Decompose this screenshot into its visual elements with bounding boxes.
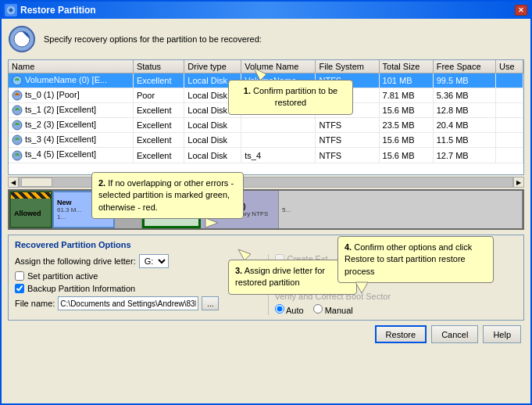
cell-use [496, 88, 523, 103]
cell-use [496, 133, 523, 148]
auto-radio-label: Auto [275, 304, 304, 315]
cell-volume [241, 118, 316, 133]
file-name-input[interactable] [58, 296, 198, 310]
cell-total: 23.5 MB [379, 118, 433, 133]
cell-status: Excellent [133, 133, 184, 148]
header-area: Specify recovery options for the partiti… [8, 25, 524, 53]
auto-radio[interactable] [275, 304, 284, 314]
cell-fs: NTFS [316, 148, 379, 163]
drive-letter-select[interactable]: A:B:C:D:E:F:G:H: [139, 254, 169, 268]
cell-use [496, 148, 523, 163]
disk-seg-allowed[interactable]: Allowed [9, 191, 52, 228]
seg-allowed-label: Allowed [14, 210, 41, 217]
cell-volume [241, 133, 316, 148]
col-fs: File System [316, 60, 379, 73]
cell-total: 101 MB [379, 73, 433, 88]
bottom-buttons: Restore Cancel Help [8, 325, 524, 343]
cell-free: 20.4 MB [433, 118, 495, 133]
horizontal-scrollbar: ◀ ▶ [8, 177, 524, 188]
callout-2: 2. If no overlapping or other errors - s… [91, 172, 244, 219]
cell-name: ts_1 (2) [Excellent] [9, 103, 133, 118]
table-row[interactable]: ts_3 (4) [Excellent] Excellent Local Dis… [9, 133, 523, 148]
cell-status: Excellent [133, 118, 184, 133]
drive-letter-label: Assign the following drive letter: [15, 256, 136, 266]
title-bar-left: Restore Partition [5, 4, 96, 16]
seg-new-size: 1... [57, 213, 66, 220]
seg-new-sub: 61.3 M... [57, 206, 81, 213]
seg-end-label: 5... [282, 206, 291, 213]
cell-total: 15.6 MB [379, 103, 433, 118]
help-button[interactable]: Help [483, 325, 521, 343]
callout-1: 1. Confirm partition to be restored [228, 80, 353, 115]
close-button[interactable]: ✕ [515, 5, 527, 16]
cell-name: ts_4 (5) [Excellent] [9, 148, 133, 163]
title-bar: Restore Partition ✕ [2, 2, 530, 19]
col-use: Use [496, 60, 523, 73]
file-name-label: File name: [15, 299, 55, 308]
cell-total: 15.6 MB [379, 133, 433, 148]
cell-name: ts_2 (3) [Excellent] [9, 118, 133, 133]
backup-info-label: Backup Partition Information [27, 284, 135, 293]
cell-free: 11.5 MB [433, 133, 495, 148]
col-free: Free Space [433, 60, 495, 73]
cell-use [496, 103, 523, 118]
callout-4: 4. Confirm other options and click Resto… [337, 236, 494, 283]
header-icon [8, 25, 36, 53]
cell-status: Excellent [133, 103, 184, 118]
disk-visual: Allowed New 61.3 M... 1... m_... 7 G... … [8, 189, 524, 230]
manual-radio-label: Manual [313, 304, 353, 315]
col-drive-type: Drive type [184, 60, 241, 73]
cell-free: 12.8 MB [433, 103, 495, 118]
window-title: Restore Partition [20, 5, 96, 16]
cell-status: Excellent [133, 73, 184, 88]
manual-radio[interactable] [313, 304, 323, 314]
cell-drive-type: Local Disk [184, 148, 241, 163]
col-total: Total Size [379, 60, 433, 73]
boot-radio-group: Auto Manual [275, 304, 518, 315]
cell-free: 12.7 MB [433, 148, 495, 163]
restore-partition-window: Restore Partition ✕ Specify recovery opt… [0, 0, 532, 405]
cell-name: ts_3 (4) [Excellent] [9, 133, 133, 148]
disk-seg-end: 5... [279, 191, 523, 228]
seg-new-label: New [57, 199, 72, 206]
cell-status: Poor [133, 88, 184, 103]
cell-free: 99.5 MB [433, 73, 495, 88]
cell-total: 15.6 MB [379, 148, 433, 163]
left-options: Assign the following drive letter: A:B:C… [15, 254, 265, 315]
drive-letter-row: Assign the following drive letter: A:B:C… [15, 254, 265, 268]
cell-free: 5.36 MB [433, 88, 495, 103]
cell-drive-type: Local Disk [184, 118, 241, 133]
cell-name: ts_0 (1) [Poor] [9, 88, 133, 103]
col-name: Name [9, 60, 133, 73]
cell-fs: NTFS [316, 118, 379, 133]
backup-info-checkbox[interactable] [15, 284, 24, 293]
cancel-button[interactable]: Cancel [431, 325, 478, 343]
cell-use [496, 118, 523, 133]
set-active-label: Set partition active [27, 271, 98, 281]
set-active-checkbox[interactable] [15, 271, 24, 281]
backup-info-row: Backup Partition Information [15, 284, 265, 293]
cell-name: VolumeName (0) [E... [9, 73, 133, 88]
file-name-row: File name: ... [15, 296, 265, 310]
cell-volume: ts_4 [241, 148, 316, 163]
scroll-right-btn[interactable]: ▶ [513, 177, 524, 188]
cell-drive-type: Local Disk [184, 133, 241, 148]
browse-button[interactable]: ... [202, 296, 219, 310]
window-icon [5, 4, 17, 16]
cell-total: 7.81 MB [379, 88, 433, 103]
scroll-left-btn[interactable]: ◀ [8, 177, 19, 188]
header-text: Specify recovery options for the partiti… [44, 34, 262, 44]
cell-status: Excellent [133, 148, 184, 163]
table-row[interactable]: ts_4 (5) [Excellent] Excellent Local Dis… [9, 148, 523, 163]
col-status: Status [133, 60, 184, 73]
scrollbar-thumb[interactable] [21, 177, 52, 187]
set-active-row: Set partition active [15, 271, 265, 281]
restore-button[interactable]: Restore [375, 325, 427, 343]
cell-fs: NTFS [316, 133, 379, 148]
cell-use [496, 73, 523, 88]
table-row[interactable]: ts_2 (3) [Excellent] Excellent Local Dis… [9, 118, 523, 133]
